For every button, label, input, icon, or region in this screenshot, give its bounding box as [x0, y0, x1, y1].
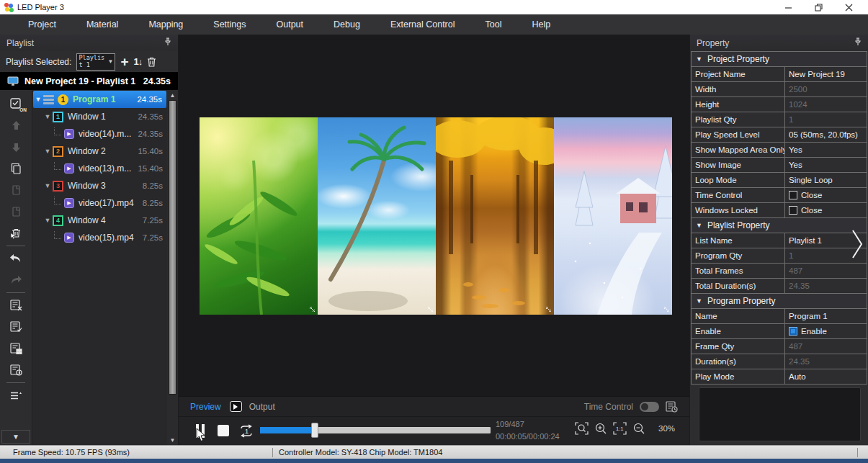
property-value[interactable]: Single Loop	[785, 173, 867, 187]
expand-arrow-icon[interactable]: ▼	[42, 148, 53, 155]
progress-slider[interactable]	[260, 427, 491, 433]
window-title: LED Player 3	[17, 3, 64, 12]
preview-image-winter[interactable]	[554, 117, 672, 315]
pin-icon[interactable]	[854, 37, 862, 48]
chevron-down-icon: ▼	[107, 58, 113, 65]
delete-item-button[interactable]	[4, 222, 28, 244]
scroll-up-icon[interactable]: ▲	[167, 90, 178, 100]
tree-item-video-13[interactable]: ▶ video(13).m... 15.40s	[32, 160, 167, 177]
property-label: Show Image	[692, 158, 785, 172]
property-value[interactable]: Close	[785, 203, 867, 217]
property-value[interactable]: Auto	[785, 369, 867, 384]
scroll-tree-down-button[interactable]: ▼	[1, 430, 30, 444]
menu-settings[interactable]: Settings	[198, 14, 261, 35]
panel-collapse-chevron[interactable]	[850, 229, 864, 259]
close-button[interactable]	[833, 0, 864, 14]
tab-preview[interactable]: Preview	[190, 402, 221, 412]
minimize-button[interactable]	[773, 0, 803, 14]
expand-arrow-icon[interactable]: ▼	[42, 182, 53, 189]
checkbox-unchecked[interactable]	[789, 191, 797, 199]
expand-arrow-icon[interactable]: ▼	[42, 217, 53, 224]
tree-item-video-17[interactable]: ▶ video(17).mp4 8.25s	[32, 194, 167, 212]
resize-handle-icon[interactable]	[545, 306, 552, 313]
menu-debug[interactable]: Debug	[318, 14, 375, 35]
more-options-button[interactable]	[4, 385, 28, 406]
play-window-icon[interactable]	[230, 401, 242, 412]
move-up-button[interactable]	[4, 114, 28, 136]
menu-material[interactable]: Material	[71, 14, 133, 35]
copy-button[interactable]	[4, 158, 28, 179]
menu-project[interactable]: Project	[13, 14, 71, 35]
expand-arrow-icon[interactable]: ▼	[42, 113, 53, 120]
move-down-button[interactable]	[4, 136, 28, 158]
list-check-button[interactable]	[4, 316, 28, 338]
preview-image-bamboo[interactable]	[200, 117, 318, 315]
property-value[interactable]: Enable	[785, 324, 867, 338]
undo-button[interactable]	[4, 248, 28, 269]
menu-help[interactable]: Help	[516, 14, 565, 35]
property-value[interactable]: Close	[785, 188, 867, 202]
pause-button[interactable]	[191, 421, 210, 440]
resize-handle-icon[interactable]	[309, 306, 316, 313]
sort-playlist-button[interactable]: 1↓	[134, 56, 143, 67]
playback-counters: 109/487 00:00:05/00:00:24	[496, 418, 560, 443]
loop-mode-button[interactable]: 1	[237, 421, 256, 440]
section-project-property[interactable]: ▼ Project Property	[692, 52, 867, 67]
paste-button[interactable]	[4, 179, 28, 201]
delete-playlist-button[interactable]	[147, 57, 156, 67]
scroll-down-icon[interactable]: ▼	[167, 435, 178, 445]
tree-scrollbar[interactable]: ▲ ▼	[167, 90, 178, 445]
tree-item-window-2[interactable]: ▼ 2 Window 2 15.40s	[32, 143, 167, 160]
list-grid-button[interactable]	[4, 338, 28, 359]
property-value[interactable]: Yes	[785, 143, 867, 157]
redo-button[interactable]	[4, 269, 28, 291]
expand-arrow-icon[interactable]: ▼	[33, 96, 43, 103]
preview-image-autumn[interactable]	[436, 117, 554, 315]
tree-item-video-15[interactable]: ▶ video(15).mp4 7.25s	[32, 229, 167, 246]
list-schedule-button[interactable]	[4, 359, 28, 381]
scrollbar-thumb[interactable]	[169, 100, 176, 395]
menu-external-control[interactable]: External Control	[375, 14, 470, 35]
tree-item-window-3[interactable]: ▼ 3 Window 3 8.25s	[32, 177, 167, 194]
checkbox-unchecked[interactable]	[789, 206, 797, 215]
zoom-out-icon[interactable]	[632, 422, 645, 435]
zoom-in-icon[interactable]	[594, 422, 607, 435]
add-playlist-button[interactable]: +	[120, 55, 128, 68]
zoom-fit-icon[interactable]	[575, 422, 589, 435]
property-panel: Property ▼ Project Property Project Name…	[689, 35, 868, 445]
menu-output[interactable]: Output	[261, 14, 319, 35]
property-value[interactable]: 05 (50ms, 20.0fps)	[785, 127, 867, 142]
paste-special-button[interactable]	[4, 201, 28, 222]
property-value[interactable]: Program 1	[785, 309, 867, 323]
pin-icon[interactable]	[164, 37, 171, 48]
tree-item-video-14[interactable]: ▶ video(14).m... 24.35s	[32, 125, 167, 143]
schedule-icon[interactable]	[666, 401, 678, 413]
property-value[interactable]: Yes	[785, 158, 867, 172]
playlist-dropdown[interactable]: Playlist 1 ▼	[76, 53, 115, 71]
scrollbar-track[interactable]	[167, 100, 178, 435]
progress-fill	[260, 427, 312, 433]
zoom-actual-size-icon[interactable]: 1:1	[613, 422, 627, 435]
project-root-row[interactable]: New Project 19 - Playlist 1 24.35s	[0, 72, 178, 90]
checkbox-checked[interactable]	[789, 327, 797, 336]
enable-on-button[interactable]: ON	[4, 93, 28, 114]
resize-handle-icon[interactable]	[663, 306, 670, 313]
tree-item-window-1[interactable]: ▼ 1 Window 1 24.35s	[32, 108, 167, 125]
progress-handle[interactable]	[311, 423, 318, 438]
stop-button[interactable]	[214, 421, 233, 440]
section-playlist-property[interactable]: ▼ Playlist Property	[692, 218, 867, 233]
preview-image-beach[interactable]	[318, 117, 436, 315]
menu-mapping[interactable]: Mapping	[133, 14, 198, 35]
tab-output[interactable]: Output	[249, 402, 275, 412]
resize-handle-icon[interactable]	[427, 306, 434, 313]
tree-item-window-4[interactable]: ▼ 4 Window 4 7.25s	[32, 212, 167, 229]
tree-item-program-1[interactable]: ▼ 1 Program 1 24.35s	[33, 91, 166, 108]
app-logo-icon	[4, 3, 14, 12]
list-clear-button[interactable]	[4, 295, 28, 316]
restore-button[interactable]	[803, 0, 833, 14]
section-program-property[interactable]: ▼ Program Property	[692, 294, 867, 309]
menu-tool[interactable]: Tool	[470, 14, 517, 35]
property-value[interactable]: New Project 19	[785, 67, 867, 81]
window-icon: 3	[53, 181, 63, 192]
time-control-toggle[interactable]	[640, 402, 659, 412]
